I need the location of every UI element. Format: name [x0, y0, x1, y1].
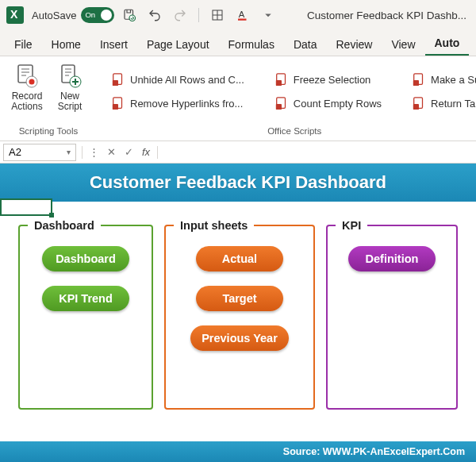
- formula-input[interactable]: [160, 144, 476, 161]
- script-icon: [412, 72, 426, 87]
- formula-cancel-icon[interactable]: ✕: [102, 144, 120, 161]
- redo-icon[interactable]: [170, 5, 190, 25]
- dashboard-title: Customer Feedback KPI Dashboard: [0, 164, 476, 202]
- group-office-scripts: Unhide All Rows and C... Remove Hyperlin…: [97, 56, 476, 141]
- script-icon: [111, 72, 125, 87]
- formula-more-icon[interactable]: ⋮: [85, 144, 102, 161]
- qat-more-icon[interactable]: [258, 5, 278, 25]
- btn-target[interactable]: Target: [196, 286, 283, 311]
- btn-previous-year[interactable]: Previous Year: [190, 325, 289, 351]
- btn-actual[interactable]: Actual: [196, 246, 283, 271]
- tab-home[interactable]: Home: [42, 33, 90, 56]
- svg-point-1: [129, 15, 136, 21]
- script-count-empty-rows[interactable]: Count Empty Rows: [274, 93, 382, 114]
- card-legend: Dashboard: [28, 219, 101, 232]
- formula-bar: A2 ▾ ⋮ ✕ ✓ fx: [0, 141, 476, 164]
- formula-accept-icon[interactable]: ✓: [120, 144, 137, 161]
- autosave-label: AutoSave: [32, 10, 76, 21]
- btn-definition[interactable]: Definition: [348, 246, 436, 271]
- tab-review[interactable]: Review: [327, 33, 382, 56]
- tab-page-layout[interactable]: Page Layout: [137, 33, 219, 56]
- toggle-knob: [101, 10, 112, 21]
- selected-cell[interactable]: [0, 198, 52, 216]
- ribbon-tabs: File Home Insert Page Layout Formulas Da…: [0, 30, 476, 56]
- script-icon: [274, 72, 289, 87]
- new-script-button[interactable]: New Script: [49, 60, 90, 125]
- script-make-summary[interactable]: Make a Su: [412, 69, 476, 90]
- tab-file[interactable]: File: [5, 33, 42, 56]
- script-freeze-selection[interactable]: Freeze Selection: [274, 69, 382, 90]
- script-return-table[interactable]: Return Tab: [412, 93, 476, 114]
- new-script-icon: [56, 63, 83, 90]
- svg-rect-4: [238, 19, 247, 21]
- dashboard-footer: Source: WWW.PK-AnExcelExpert.Com: [0, 441, 476, 462]
- worksheet-area[interactable]: Customer Feedback KPI Dashboard Dashboar…: [0, 164, 476, 462]
- fx-icon[interactable]: fx: [137, 144, 155, 161]
- script-icon: [412, 96, 426, 110]
- chevron-down-icon[interactable]: ▾: [67, 148, 71, 156]
- btn-dashboard[interactable]: Dashboard: [42, 246, 129, 271]
- btn-kpi-trend[interactable]: KPI Trend: [42, 286, 129, 311]
- group-scripting-tools: Record Actions New Script Scripting Tool…: [0, 56, 97, 141]
- ribbon-body: Record Actions New Script Scripting Tool…: [0, 56, 476, 141]
- group-label-scripting: Scripting Tools: [6, 125, 90, 139]
- font-color-icon[interactable]: A: [232, 5, 253, 25]
- record-actions-button[interactable]: Record Actions: [6, 60, 48, 125]
- autosave-toggle[interactable]: On: [81, 7, 114, 23]
- tab-insert[interactable]: Insert: [90, 33, 137, 56]
- script-remove-hyperlinks[interactable]: Remove Hyperlinks fro...: [111, 93, 244, 114]
- svg-rect-15: [276, 80, 282, 86]
- card-input-sheets: Input sheets Actual Target Previous Year: [164, 219, 315, 410]
- borders-icon[interactable]: [207, 5, 228, 25]
- card-legend: KPI: [336, 219, 367, 232]
- save-sync-icon[interactable]: [119, 5, 140, 25]
- script-icon: [111, 96, 125, 110]
- document-title[interactable]: Customer Feedback KPI Dashb...: [307, 10, 470, 21]
- card-legend: Input sheets: [174, 219, 254, 232]
- svg-point-7: [29, 79, 35, 85]
- svg-rect-19: [413, 80, 419, 86]
- svg-rect-21: [413, 104, 419, 110]
- tab-view[interactable]: View: [382, 33, 424, 56]
- svg-rect-13: [113, 104, 118, 110]
- script-icon: [274, 96, 289, 110]
- record-icon: [13, 63, 40, 90]
- tab-automate[interactable]: Auto: [425, 32, 470, 56]
- card-dashboard: Dashboard Dashboard KPI Trend: [18, 219, 153, 410]
- tab-formulas[interactable]: Formulas: [219, 33, 284, 56]
- svg-text:A: A: [239, 10, 245, 19]
- svg-rect-11: [113, 80, 118, 86]
- undo-icon[interactable]: [144, 5, 165, 25]
- group-label-office-scripts: Office Scripts: [103, 125, 476, 139]
- title-bar: AutoSave On A Customer Feedback KPI Dash…: [0, 0, 476, 30]
- script-unhide-rows[interactable]: Unhide All Rows and C...: [111, 69, 244, 90]
- card-kpi: KPI Definition: [326, 219, 458, 410]
- excel-icon: [6, 6, 24, 24]
- qat-divider: [198, 8, 199, 22]
- svg-rect-17: [276, 104, 282, 110]
- tab-data[interactable]: Data: [284, 33, 327, 56]
- dashboard-content: Customer Feedback KPI Dashboard Dashboar…: [0, 164, 476, 462]
- name-box[interactable]: A2 ▾: [3, 144, 76, 161]
